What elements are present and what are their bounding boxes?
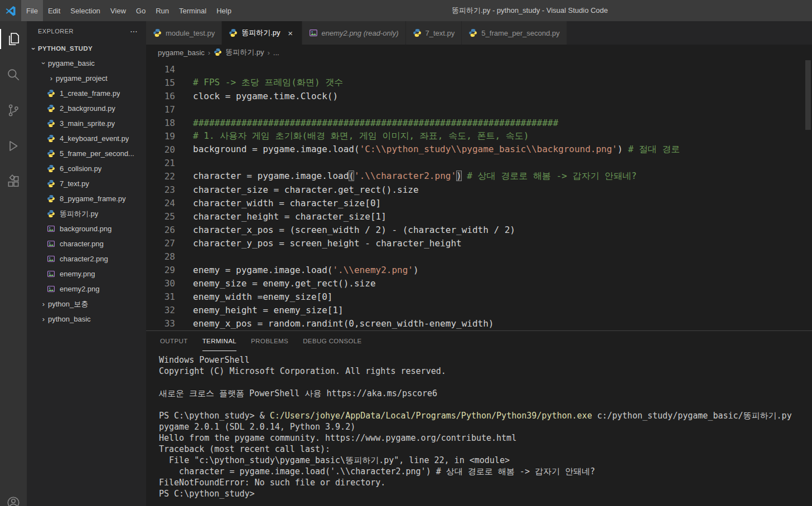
tree-item-enemy.png[interactable]: enemy.png xyxy=(27,266,146,281)
breadcrumb-item[interactable]: ... xyxy=(273,48,279,57)
code-comment: # 상대 경로로 해봄 -> 갑자기 안돼네? xyxy=(467,171,636,181)
line-number: 22 xyxy=(146,171,175,182)
code-code: ) xyxy=(617,144,628,154)
tree-root-python-study[interactable]: › PYTHON_STUDY xyxy=(27,41,146,56)
tree-item-pygame_basic[interactable]: ›pygame_basic xyxy=(27,56,146,71)
chevron-right-icon: › xyxy=(39,315,48,323)
menu-item-edit[interactable]: Edit xyxy=(43,0,65,21)
menu-item-go[interactable]: Go xyxy=(131,0,151,21)
code-comment: # 1. 사용자 게임 초기화(배경 화면, 게임 이미지, 좌표, 속도, 폰… xyxy=(193,130,529,141)
tree-item-character2.png[interactable]: character2.png xyxy=(27,251,146,266)
terminal-line-4: 새로운 크로스 플랫폼 PowerShell 사용 https://aka.ms… xyxy=(159,388,812,399)
editor-group: module_test.py똥피하기.py×enemy2.png (read-o… xyxy=(146,21,812,506)
menu-item-view[interactable]: View xyxy=(105,0,131,21)
tree-item-background.png[interactable]: background.png xyxy=(27,221,146,236)
code-line-14: 14 xyxy=(146,62,812,76)
tab-label: 5_frame_per_second.py xyxy=(481,29,559,37)
menu-item-file[interactable]: File xyxy=(21,0,43,21)
tree-item-6_collsion.py[interactable]: 6_collsion.py xyxy=(27,161,146,176)
tree-item-label: 3_main_sprite.py xyxy=(60,119,115,128)
chevron-down-icon: › xyxy=(30,44,38,53)
scrollbar-thumb[interactable] xyxy=(805,60,811,130)
tab-module_test.py[interactable]: module_test.py xyxy=(146,21,222,45)
explorer-more-actions-icon[interactable]: ⋯ xyxy=(130,27,138,36)
python-file-icon xyxy=(47,134,57,143)
tree-item-1_create_frame.py[interactable]: 1_create_frame.py xyxy=(27,86,146,101)
image-file-icon xyxy=(47,255,57,264)
tree-item-python_보충[interactable]: ›python_보충 xyxy=(27,296,146,312)
terminal-line-1: Windows PowerShell xyxy=(159,354,812,366)
terminal-line-11: character = pygame.image.load('.\\charac… xyxy=(159,466,812,477)
line-number: 19 xyxy=(146,131,175,142)
python-icon xyxy=(214,48,223,57)
line-number: 15 xyxy=(146,77,175,88)
tab-똥피하기.py[interactable]: 똥피하기.py× xyxy=(222,21,302,45)
run-and-debug-icon[interactable] xyxy=(0,128,27,164)
terminal-line-10: File "c:\python_study\pygame_basic\똥피하기.… xyxy=(159,455,812,466)
panel-tab-output[interactable]: OUTPUT xyxy=(160,331,188,351)
line-number: 23 xyxy=(146,184,175,195)
tree-item-character.png[interactable]: character.png xyxy=(27,236,146,251)
python-file-icon xyxy=(47,119,57,128)
tree-item-python_basic[interactable]: ›python_basic xyxy=(27,312,146,327)
tree-item-똥피하기.py[interactable]: 똥피하기.py xyxy=(27,206,146,221)
title-bar: FileEditSelectionViewGoRunTerminalHelp 똥… xyxy=(0,0,812,21)
tree-item-label: python_보충 xyxy=(48,299,88,309)
tab-enemy2.png-(read-only)[interactable]: enemy2.png (read-only) xyxy=(302,21,406,45)
activity-bar xyxy=(0,21,27,506)
tree-item-8_pygame_frame.py[interactable]: 8_pygame_frame.py xyxy=(27,191,146,206)
line-number: 33 xyxy=(146,318,175,329)
python-file-icon xyxy=(47,179,57,188)
code-code: character_size = character.get_rect().si… xyxy=(193,184,419,195)
code-code: background = pygame.image.load( xyxy=(193,144,360,154)
tree-item-enemy2.png[interactable]: enemy2.png xyxy=(27,281,146,296)
breadcrumb-item[interactable]: pygame_basic xyxy=(158,48,205,57)
panel-tab-terminal[interactable]: TERMINAL xyxy=(202,331,236,351)
tab-label: 7_text.py xyxy=(426,29,455,37)
search-icon[interactable] xyxy=(0,57,27,93)
source-control-icon[interactable] xyxy=(0,93,27,128)
code-code: enemy = pygame.image.load( xyxy=(193,265,332,275)
panel-tab-debug-console[interactable]: DEBUG CONSOLE xyxy=(303,331,362,351)
panel-tab-problems[interactable]: PROBLEMS xyxy=(251,331,288,351)
explorer-title: EXPLORER xyxy=(38,28,74,35)
terminal-text: c:/python_study/pygame_basic/똥피하기.py xyxy=(592,411,792,421)
tree-item-4_keyboard_event.py[interactable]: 4_keyboard_event.py xyxy=(27,131,146,146)
menu-item-selection[interactable]: Selection xyxy=(65,0,105,21)
tree-item-3_main_sprite.py[interactable]: 3_main_sprite.py xyxy=(27,116,146,131)
menu-item-terminal[interactable]: Terminal xyxy=(174,0,211,21)
terminal-text: character = pygame.image.load('.\\charac… xyxy=(159,466,595,476)
tab-7_text.py[interactable]: 7_text.py xyxy=(406,21,462,45)
line-content: enemy_height = enemy_size[1] xyxy=(175,305,344,315)
line-number: 14 xyxy=(146,64,175,75)
code-code: character_width = character_size[0] xyxy=(193,198,381,208)
code-editor[interactable]: 1415# FPS -> 초당 프레임(화면) 갯수16clock = pyga… xyxy=(146,60,812,330)
code-line-32: 32enemy_height = enemy_size[1] xyxy=(146,303,812,317)
image-file-icon xyxy=(47,240,57,249)
explorer-icon[interactable] xyxy=(0,21,27,57)
python-icon xyxy=(153,28,162,37)
line-content: character_size = character.get_rect().si… xyxy=(175,184,419,195)
terminal-content[interactable]: Windows PowerShellCopyright (C) Microsof… xyxy=(146,351,812,506)
close-icon[interactable]: × xyxy=(286,28,295,38)
line-number: 25 xyxy=(146,211,175,222)
breadcrumb-item[interactable]: 똥피하기.py xyxy=(225,47,264,57)
extensions-icon[interactable] xyxy=(0,164,27,200)
tree-item-5_frame_per_second...[interactable]: 5_frame_per_second... xyxy=(27,146,146,161)
tree-item-7_text.py[interactable]: 7_text.py xyxy=(27,176,146,191)
editor-scrollbar[interactable] xyxy=(804,60,812,330)
image-file-icon xyxy=(47,270,57,279)
tree-item-pygame_project[interactable]: ›pygame_project xyxy=(27,71,146,86)
menu-item-run[interactable]: Run xyxy=(151,0,174,21)
line-content: character_width = character_size[0] xyxy=(175,198,381,208)
account-icon[interactable] xyxy=(0,492,27,506)
tree-item-2_background.py[interactable]: 2_background.py xyxy=(27,101,146,116)
code-line-26: 26character_x_pos = (screen_width / 2) -… xyxy=(146,223,812,236)
menu-item-help[interactable]: Help xyxy=(211,0,236,21)
bottom-panel: OUTPUTTERMINALPROBLEMSDEBUG CONSOLE Wind… xyxy=(146,330,812,506)
tree-item-label: 5_frame_per_second... xyxy=(60,149,134,158)
tab-5_frame_per_second.py[interactable]: 5_frame_per_second.py xyxy=(462,21,567,45)
terminal-text: PS C:\python_study> & xyxy=(159,411,270,421)
tree-item-label: pygame_basic xyxy=(48,59,95,67)
sidebar-header: EXPLORER ⋯ xyxy=(27,21,146,41)
